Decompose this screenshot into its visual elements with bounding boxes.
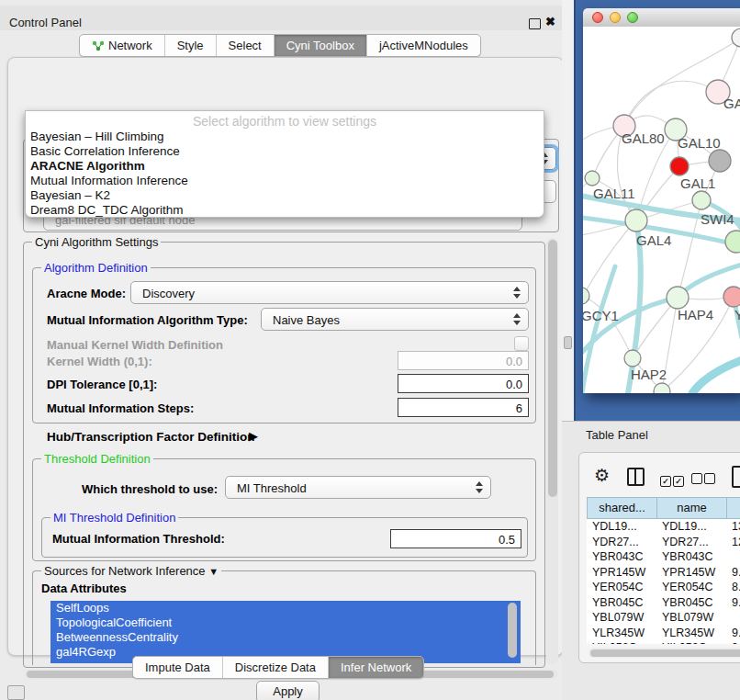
table-row[interactable]: YBL079WYBL079W	[587, 610, 740, 626]
dpi-tolerance-field[interactable]: 0.0	[398, 374, 529, 393]
table-row[interactable]: YIL052CYIL052C9.	[587, 640, 740, 644]
node-gcy1[interactable]	[583, 288, 589, 304]
panel-divider[interactable]	[562, 0, 574, 421]
node-table[interactable]: shared...nameA YDL19...YDL19...13YDR27..…	[587, 497, 740, 644]
hub-section-label[interactable]: Hub/Transcription Factor Definition	[47, 430, 255, 444]
node-unlabeled[interactable]	[670, 157, 689, 175]
select-all-icon[interactable]: ✓✓	[660, 471, 686, 488]
aracne-mode-combo[interactable]: Discovery	[130, 281, 529, 304]
table-cell: 13	[726, 519, 740, 535]
network-view-window[interactable]: GALGAL80GAL10GAL1GAL11SWI4GAL4GCY1HAP4YH…	[583, 8, 740, 393]
tab-infer-network[interactable]: Infer Network	[329, 657, 423, 678]
mi-steps-field[interactable]: 6	[398, 398, 529, 417]
data-attribute-item[interactable]: TopologicalCoefficient	[50, 615, 521, 630]
close-traffic-light-icon[interactable]	[592, 12, 603, 23]
tab-discretize-data[interactable]: Discretize Data	[223, 657, 329, 678]
tab-style[interactable]: Style	[165, 35, 217, 56]
which-threshold-combo[interactable]: MI Threshold	[225, 476, 491, 499]
algorithm-item-bayesian-k2[interactable]: Bayesian – K2	[30, 188, 110, 202]
data-attributes-list[interactable]: SelfLoopsTopologicalCoefficientBetweenne…	[50, 601, 521, 663]
zoom-traffic-light-icon[interactable]	[627, 12, 638, 23]
function-icon[interactable]	[732, 466, 740, 488]
collapse-arrow-icon[interactable]: ▼	[208, 566, 219, 577]
network-window-titlebar[interactable]	[583, 8, 740, 28]
table-cell: 8.	[726, 580, 740, 595]
table-cell: YER054C	[587, 580, 656, 595]
data-attribute-item[interactable]: BetweennessCentrality	[50, 630, 521, 645]
splitter-handle-icon[interactable]	[564, 336, 572, 349]
network-canvas[interactable]: GALGAL80GAL10GAL1GAL11SWI4GAL4GCY1HAP4YH…	[583, 27, 740, 393]
sources-group-title[interactable]: Sources for Network Inference ▼	[41, 564, 221, 578]
minimize-traffic-light-icon[interactable]	[610, 12, 621, 23]
table-horizontal-scrollbar[interactable]	[589, 648, 740, 658]
algorithm-item-bayesian-hill-climbing[interactable]: Bayesian – Hill Climbing	[30, 130, 164, 143]
table-cell	[726, 610, 740, 626]
aracne-mode-label: Aracne Mode:	[47, 287, 126, 300]
algorithm-item-basic-correlation-inference[interactable]: Basic Correlation Inference	[30, 144, 180, 158]
table-row[interactable]: YLR345WYLR345W9.	[587, 626, 740, 641]
tab-cyni-toolbox[interactable]: Cyni Toolbox	[275, 35, 367, 56]
table-cell: YIL052C	[656, 640, 726, 644]
manual-kernel-label: Manual Kernel Width Definition	[47, 338, 223, 352]
apply-button[interactable]: Apply	[256, 681, 320, 700]
close-icon[interactable]: ✖	[545, 15, 555, 28]
data-attribute-item[interactable]: SelfLoops	[50, 601, 521, 615]
expand-arrow-icon[interactable]: ▶	[249, 429, 258, 443]
attr-list-scrollbar[interactable]	[507, 602, 518, 662]
network-desktop: GALGAL80GAL10GAL1GAL11SWI4GAL4GCY1HAP4YH…	[574, 0, 740, 421]
node-y[interactable]	[723, 287, 740, 307]
control-panel-tab-bar: NetworkStyleSelectCyni ToolboxjActiveMNo…	[79, 34, 481, 57]
node-swi4[interactable]	[725, 231, 740, 253]
node-gal11[interactable]	[585, 171, 600, 186]
column-header-shared[interactable]: shared...	[588, 498, 657, 518]
tab-label: Impute Data	[145, 660, 210, 674]
node-unlabeled[interactable]	[709, 150, 731, 172]
node-hap2[interactable]	[624, 350, 641, 367]
manual-kernel-checkbox[interactable]	[514, 336, 529, 351]
table-row[interactable]: YDR27...YDR27...12	[587, 535, 740, 550]
table-cell: 9.	[726, 626, 740, 641]
algorithm-item-dream8-dc-tdc-algorithm[interactable]: Dream8 DC_TDC Algorithm	[30, 203, 184, 217]
mi-steps-label: Mutual Information Steps:	[47, 401, 194, 415]
mi-algorithm-type-combo[interactable]: Naive Bayes	[261, 308, 529, 331]
bottom-tab-bar: Impute DataDiscretize DataInfer Network	[132, 656, 424, 679]
screen: Control Panel ✖ NetworkStyleSelectCyni T…	[0, 0, 740, 700]
node-label-gal: GAL	[723, 96, 740, 111]
column-header-name[interactable]: name	[657, 498, 727, 518]
tab-label: Cyni Toolbox	[286, 39, 354, 52]
tab-label: Style	[177, 39, 204, 52]
table-row[interactable]: YPR145WYPR145W9.	[587, 565, 740, 581]
node-unlabeled[interactable]	[732, 28, 740, 47]
algorithm-item-mutual-information-inference[interactable]: Mutual Information Inference	[30, 174, 188, 187]
kernel-width-field[interactable]: 0.0	[398, 351, 529, 370]
control-panel-title: Control Panel	[9, 16, 82, 29]
algorithm-item-aracne-algorithm[interactable]: ARACNE Algorithm	[30, 159, 145, 173]
tab-impute-data[interactable]: Impute Data	[133, 657, 223, 678]
tab-network[interactable]: Network	[80, 35, 165, 56]
table-cell: YBR045C	[656, 595, 726, 611]
tab-select[interactable]: Select	[217, 35, 275, 56]
table-panel-title: Table Panel	[586, 428, 648, 442]
table-row[interactable]: YER054CYER054C8.	[587, 580, 740, 595]
gear-icon[interactable]: ⚙	[594, 465, 610, 486]
node-gal1[interactable]	[692, 191, 711, 209]
network-graph: GALGAL80GAL10GAL1GAL11SWI4GAL4GCY1HAP4YH…	[583, 27, 740, 393]
float-window-icon[interactable]	[529, 18, 541, 29]
node-gal4[interactable]	[625, 209, 647, 231]
tab-label: Discretize Data	[235, 660, 316, 674]
settings-vertical-scrollbar[interactable]	[546, 238, 558, 664]
columns-icon[interactable]	[627, 468, 645, 486]
table-cell: YIL052C	[587, 640, 656, 644]
table-cell	[726, 549, 740, 565]
table-row[interactable]: YBR043CYBR043C	[587, 549, 740, 565]
minimized-panel-button[interactable]	[7, 685, 25, 700]
data-attributes-label: Data Attributes	[41, 581, 127, 595]
mi-threshold-field[interactable]: 0.5	[390, 529, 521, 548]
node-hap4[interactable]	[667, 287, 689, 309]
table-row[interactable]: YDL19...YDL19...13	[587, 519, 740, 535]
table-header-row[interactable]: shared...nameA	[587, 497, 740, 519]
table-row[interactable]: YBR045CYBR045C9.	[587, 595, 740, 611]
column-header-a[interactable]: A	[727, 498, 740, 518]
deselect-all-icon[interactable]	[691, 471, 717, 488]
tab-jactivemnodules[interactable]: jActiveMNodules	[367, 35, 480, 56]
